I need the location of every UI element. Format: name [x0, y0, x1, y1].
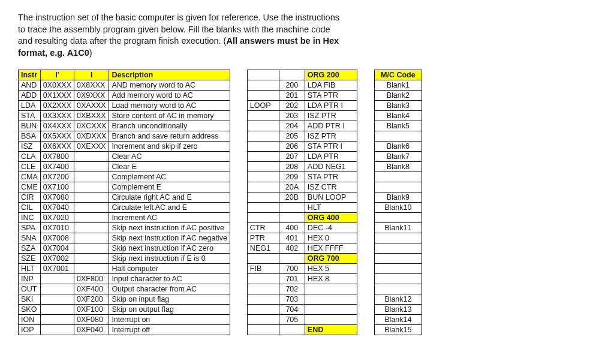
mc-cell-16: [374, 243, 422, 254]
instr-i-9: [74, 172, 109, 182]
instr-iprime-9: 0X7200: [40, 172, 74, 182]
mc-cell-4[interactable]: Blank5: [374, 121, 422, 131]
prog-label-19: FIB: [247, 264, 279, 274]
mc-cell-11[interactable]: Blank9: [374, 192, 422, 203]
instr-i-18: [74, 264, 109, 274]
intro-line3: and resulting data after the program fin…: [18, 36, 226, 46]
mc-cell-2[interactable]: Blank3: [374, 101, 422, 111]
mc-cell-8[interactable]: Blank8: [374, 162, 422, 172]
prog-asm-12: BUN LOOP: [305, 192, 357, 203]
prog-asm-16: HEX 0: [305, 233, 357, 243]
prog-asm-7: STA PTR I: [305, 142, 357, 152]
intro-line4: format, e.g. A1C0: [18, 48, 89, 58]
instr-i-11: [74, 192, 109, 203]
prog-asm-22: [305, 294, 357, 305]
instr-i-12: [74, 203, 109, 213]
instr-instr-19: INP: [19, 274, 41, 284]
instr-instr-9: CMA: [19, 172, 41, 182]
mc-cell-24[interactable]: Blank15: [374, 325, 422, 335]
instr-iprime-16: 0X7004: [40, 243, 74, 254]
mc-cell-1[interactable]: Blank2: [374, 91, 422, 101]
instr-iprime-18: 0X7001: [40, 264, 74, 274]
prog-addr-24: 705: [279, 315, 305, 325]
instr-iprime-2: 0X2XXX: [40, 101, 74, 111]
mc-cell-22[interactable]: Blank13: [374, 305, 422, 315]
instr-iprime-15: 0X7008: [40, 233, 74, 243]
mc-cell-23[interactable]: Blank14: [374, 315, 422, 325]
instr-desc-3: Store content of AC in memory: [109, 111, 230, 121]
instr-iprime-19: [40, 274, 74, 284]
mc-cell-13: [374, 213, 422, 223]
prog-addr-15: 400: [279, 223, 305, 233]
instr-desc-13: Increment AC: [109, 213, 230, 223]
mc-cell-19: [374, 274, 422, 284]
desc-header: Description: [109, 70, 230, 80]
prog-asm-13: HLT: [305, 203, 357, 213]
prog-addr-16: 401: [279, 233, 305, 243]
mc-cell-20: [374, 284, 422, 294]
prog-asm-24: [305, 315, 357, 325]
prog-label-21: [247, 284, 279, 294]
mc-cell-9: [374, 172, 422, 182]
prog-asm-9: ADD NEG1: [305, 162, 357, 172]
instr-iprime-8: 0X7400: [40, 162, 74, 172]
mc-header: M/C Code: [374, 70, 422, 80]
instr-iprime-4: 0X4XXX: [40, 121, 74, 131]
prog-addr-21: 702: [279, 284, 305, 294]
prog-label-22: [247, 294, 279, 305]
prog-addr-12: 20B: [279, 192, 305, 203]
prog-asm-21: [305, 284, 357, 294]
mc-cell-3[interactable]: Blank4: [374, 111, 422, 121]
prog-asm-5: ADD PTR I: [305, 121, 357, 131]
i-header: I: [74, 70, 109, 80]
prog-label-25: [247, 325, 279, 335]
instr-desc-20: Output character from AC: [109, 284, 230, 294]
prog-label-17: NEG1: [247, 243, 279, 254]
instr-iprime-20: [40, 284, 74, 294]
prog-addr-19: 700: [279, 264, 305, 274]
prog-addr-25: [279, 325, 305, 335]
instr-i-8: [74, 162, 109, 172]
instr-i-17: [74, 254, 109, 264]
instr-instr-3: STA: [19, 111, 41, 121]
instr-instr-2: LDA: [19, 101, 41, 111]
prog-label-24: [247, 315, 279, 325]
instr-desc-17: Skip next instruction if E is 0: [109, 254, 230, 264]
instr-iprime-22: [40, 305, 74, 315]
prog-label-20: [247, 274, 279, 284]
instr-i-23: 0XF080: [74, 315, 109, 325]
prog-label-11: [247, 182, 279, 192]
prog-asm-10: STA PTR: [305, 172, 357, 182]
mc-cell-14[interactable]: Blank11: [374, 223, 422, 233]
instr-i-7: [74, 152, 109, 162]
instr-instr-20: OUT: [19, 284, 41, 294]
prog-addr-5: 204: [279, 121, 305, 131]
intro-line2: to trace the assembly program given belo…: [18, 25, 330, 34]
prog-asm-25: END: [305, 325, 357, 335]
prog-label-1: [247, 80, 279, 91]
prog-addr-18: [279, 254, 305, 264]
prog-addr-9: 208: [279, 162, 305, 172]
mc-cell-21[interactable]: Blank12: [374, 294, 422, 305]
prog-label-6: [247, 131, 279, 142]
instr-i-15: [74, 233, 109, 243]
prog-asm-19: HEX 5: [305, 264, 357, 274]
instr-instr-8: CLE: [19, 162, 41, 172]
instr-desc-9: Complement AC: [109, 172, 230, 182]
mc-cell-0[interactable]: Blank1: [374, 80, 422, 91]
prog-addr-8: 207: [279, 152, 305, 162]
mc-cell-6[interactable]: Blank6: [374, 142, 422, 152]
instr-instr-1: ADD: [19, 91, 41, 101]
mc-cell-12[interactable]: Blank10: [374, 203, 422, 213]
prog-asm-18: ORG 700: [305, 254, 357, 264]
prog-addr-0: [279, 70, 305, 80]
mc-cell-5: [374, 131, 422, 142]
instruction-set-table: InstrI'IDescriptionAND0X0XXX0X8XXXAND me…: [18, 70, 230, 335]
instr-desc-23: Interrupt on: [109, 315, 230, 325]
prog-label-12: [247, 192, 279, 203]
intro-bold: All answers must be in Hex: [226, 36, 339, 46]
mc-cell-7[interactable]: Blank7: [374, 152, 422, 162]
intro-line1: The instruction set of the basic compute…: [18, 13, 339, 22]
instr-iprime-24: [40, 325, 74, 335]
instr-i-4: 0XCXXX: [74, 121, 109, 131]
